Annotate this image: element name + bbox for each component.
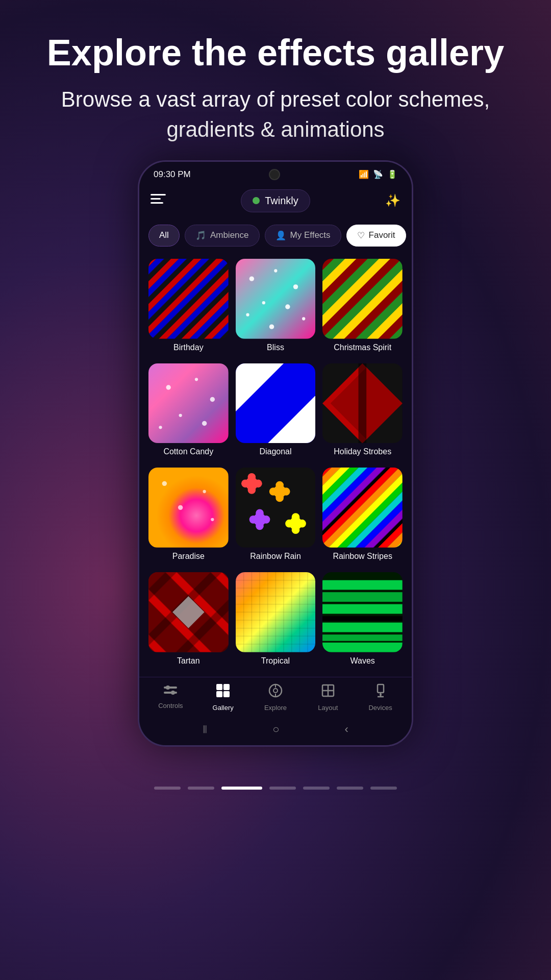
svg-point-8 [249,276,254,281]
svg-point-23 [210,397,215,401]
effect-name-tartan: Tartan [177,656,199,666]
sparkle-button[interactable]: ✨ [385,193,400,208]
my-effects-icon: 👤 [276,230,286,241]
svg-rect-98 [322,580,403,590]
effect-name-holiday: Holiday Strobes [334,447,391,456]
svg-point-36 [203,490,206,493]
svg-point-49 [269,487,277,496]
effect-paradise[interactable]: Paradise [148,468,229,565]
effect-thumbnail-waves [322,572,403,652]
nav-explore[interactable]: Explore [249,683,302,712]
svg-point-35 [162,481,167,486]
svg-rect-99 [322,592,403,602]
tab-ambience[interactable]: 🎵 Ambience [185,225,260,247]
effect-thumbnail-tropical [236,572,316,652]
menu-button[interactable] [151,194,166,207]
nav-controls[interactable]: Controls [144,683,197,712]
page-dot-4 [269,787,296,790]
connection-indicator [253,197,260,204]
back-button[interactable]: ‹ [345,723,348,736]
effect-bliss[interactable]: Bliss [236,259,316,356]
svg-rect-112 [223,691,230,697]
effect-name-birthday: Birthday [173,343,204,352]
svg-rect-19 [322,259,403,339]
svg-point-14 [302,317,305,320]
svg-point-53 [256,522,264,530]
effect-name-christmas: Christmas Spirit [334,343,391,352]
svg-point-26 [159,426,162,429]
effect-thumbnail-bliss [236,259,316,339]
svg-point-56 [291,513,299,522]
tab-all[interactable]: All [148,225,180,247]
status-bar: 09:30 PM 📶 📡 🔋 [139,162,412,184]
svg-rect-102 [322,623,403,632]
tab-favorites[interactable]: ♡ Favorit [346,225,406,247]
svg-rect-110 [223,684,230,690]
wifi-icon: 📶 [359,169,369,179]
svg-rect-104 [322,643,403,652]
effect-cotton-candy[interactable]: Cotton Candy [148,363,229,461]
svg-point-47 [282,487,290,496]
main-subtitle: Browse a vast array of preset color sche… [41,85,510,145]
ambience-label: Ambience [210,230,249,240]
svg-point-54 [249,516,257,524]
effect-diagonal[interactable]: Diagonal [236,363,316,461]
svg-point-59 [285,520,293,528]
effect-christmas-spirit[interactable]: Christmas Spirit [322,259,403,356]
home-button[interactable]: ○ [272,723,279,736]
effect-tropical[interactable]: Tropical [236,572,316,670]
effect-thumbnail-diagonal [236,363,316,444]
effect-holiday-strobes[interactable]: Holiday Strobes [322,363,403,461]
devices-icon [373,683,388,701]
effect-rainbow-stripes[interactable]: Rainbow Stripes [322,468,403,565]
effect-tartan[interactable]: Tartan [148,572,229,670]
effects-grid: Birthday [139,254,412,670]
battery-icon: 🔋 [387,169,397,179]
page-dot-3[interactable] [221,787,262,790]
brand-name: Twinkly [265,195,298,207]
brand-pill[interactable]: Twinkly [241,189,310,212]
svg-rect-111 [216,691,222,697]
nav-devices[interactable]: Devices [354,683,407,712]
effect-thumbnail-cotton [148,363,229,444]
nav-layout[interactable]: Layout [302,683,354,712]
recents-button[interactable]: ⦀ [203,723,207,736]
svg-point-12 [285,304,290,309]
gallery-icon [216,683,230,701]
nav-explore-label: Explore [264,704,287,712]
page-dot-5 [303,787,330,790]
favorites-icon: ♡ [357,230,365,241]
top-bar: Twinkly ✨ [139,184,412,219]
nav-devices-label: Devices [368,704,392,712]
svg-rect-1 [151,198,161,200]
svg-point-44 [241,480,249,488]
effect-rainbow-rain[interactable]: Rainbow Rain [236,468,316,565]
svg-point-22 [195,378,198,381]
svg-point-21 [166,385,170,389]
effect-waves[interactable]: Waves [322,572,403,670]
effect-name-rainbow-rain: Rainbow Rain [250,552,301,561]
svg-rect-68 [322,468,403,548]
tab-my-effects[interactable]: 👤 My Effects [265,225,341,247]
effect-name-rainbow-stripes: Rainbow Stripes [333,552,392,561]
svg-point-37 [178,505,183,510]
effect-thumbnail-christmas [322,259,403,339]
svg-rect-6 [148,259,229,339]
android-nav: ⦀ ○ ‹ [139,717,412,745]
svg-rect-120 [378,684,384,693]
svg-point-46 [276,481,284,489]
svg-point-108 [171,691,175,695]
effect-thumbnail-rainbow-rain [236,468,316,548]
nav-layout-label: Layout [318,704,338,712]
svg-point-123 [380,694,382,696]
svg-rect-0 [151,194,166,195]
nav-gallery[interactable]: Gallery [197,683,249,712]
page-dot-2 [188,787,214,790]
favorites-label: Favorit [369,230,395,240]
svg-point-38 [211,518,214,521]
effect-thumbnail-rainbow-stripes [322,468,403,548]
svg-rect-107 [164,692,177,694]
effect-birthday[interactable]: Birthday [148,259,229,356]
bottom-nav: Controls Gallery [139,677,412,717]
svg-point-51 [256,509,264,518]
